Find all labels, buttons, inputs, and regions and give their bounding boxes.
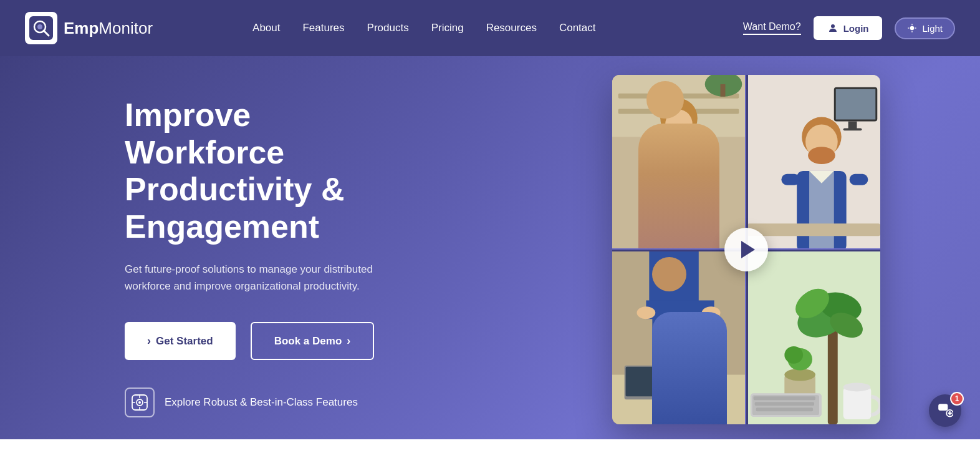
chat-badge: 1 — [950, 392, 964, 406]
bottom-bar — [0, 439, 980, 458]
navbar: EmpMonitor About Features Products Prici… — [0, 0, 980, 56]
svg-rect-39 — [843, 128, 862, 130]
hero-buttons: › Get Started Book a Demo › — [125, 322, 399, 360]
svg-point-42 — [808, 147, 835, 164]
logo-text: EmpMonitor — [64, 19, 153, 38]
nav-links: About Features Products Pricing Resource… — [252, 22, 595, 34]
chat-icon — [937, 402, 953, 419]
hero-image-top-right — [747, 75, 880, 248]
svg-rect-58 — [626, 367, 673, 397]
svg-rect-29 — [646, 146, 661, 155]
svg-rect-52 — [652, 313, 674, 424]
explore-text[interactable]: Explore Robust & Best-in-Class Features — [165, 396, 358, 409]
chat-widget[interactable]: 1 — [929, 394, 961, 427]
svg-point-68 — [784, 346, 803, 364]
book-demo-button[interactable]: Book a Demo › — [251, 322, 375, 360]
svg-point-12 — [138, 401, 141, 404]
nav-resources[interactable]: Resources — [486, 22, 537, 34]
svg-rect-71 — [754, 396, 815, 400]
svg-point-54 — [637, 306, 655, 319]
svg-rect-53 — [680, 313, 702, 424]
light-mode-button[interactable]: Light — [895, 17, 955, 39]
svg-point-75 — [843, 382, 871, 391]
chevron-right-icon: › — [147, 334, 151, 348]
get-started-button[interactable]: › Get Started — [125, 322, 236, 360]
hero-image-bottom-right — [747, 251, 880, 424]
hero-image-bottom-left — [612, 251, 745, 424]
svg-point-32 — [644, 150, 658, 155]
nav-features[interactable]: Features — [302, 22, 344, 34]
hero-title: Improve Workforce Productivity & Engagem… — [125, 97, 399, 246]
logo-icon — [25, 12, 57, 44]
play-icon — [741, 241, 755, 258]
explore-row: Explore Robust & Best-in-Class Features — [125, 387, 399, 417]
svg-rect-72 — [755, 402, 814, 406]
person-icon — [827, 22, 838, 34]
login-button[interactable]: Login — [814, 16, 883, 40]
svg-point-4 — [831, 24, 835, 28]
svg-rect-28 — [658, 143, 699, 198]
svg-rect-33 — [661, 196, 679, 248]
svg-rect-76 — [938, 404, 948, 411]
play-button[interactable] — [724, 228, 768, 271]
nav-about[interactable]: About — [252, 22, 280, 34]
svg-point-5 — [910, 26, 915, 31]
svg-rect-26 — [681, 119, 691, 153]
hero-content: Improve Workforce Productivity & Engagem… — [0, 97, 436, 418]
hero-section: Improve Workforce Productivity & Engagem… — [0, 0, 980, 458]
nav-pricing[interactable]: Pricing — [431, 22, 464, 34]
nav-products[interactable]: Products — [367, 22, 409, 34]
nav-contact[interactable]: Contact — [559, 22, 596, 34]
svg-rect-47 — [850, 174, 868, 185]
svg-rect-37 — [836, 89, 876, 120]
svg-point-3 — [37, 24, 42, 29]
svg-rect-31 — [644, 152, 658, 171]
hero-image-collage — [612, 75, 880, 424]
svg-rect-46 — [781, 174, 800, 185]
features-icon — [125, 387, 155, 417]
svg-rect-48 — [747, 223, 880, 236]
svg-rect-34 — [679, 196, 696, 248]
svg-point-27 — [665, 110, 693, 140]
chevron-right-icon: › — [347, 334, 350, 348]
hero-subtitle: Get future-proof solutions to manage you… — [125, 261, 399, 295]
svg-rect-73 — [756, 407, 813, 411]
svg-rect-30 — [696, 146, 711, 155]
svg-rect-74 — [843, 387, 872, 419]
logo[interactable]: EmpMonitor — [25, 12, 153, 44]
want-demo-link[interactable]: Want Demo? — [743, 21, 801, 35]
svg-rect-38 — [848, 121, 857, 129]
nav-right: Want Demo? Login Light — [743, 16, 955, 40]
svg-rect-22 — [721, 84, 726, 97]
svg-point-55 — [702, 306, 721, 319]
light-mode-icon — [907, 23, 917, 33]
hero-image-top-left — [612, 75, 745, 248]
